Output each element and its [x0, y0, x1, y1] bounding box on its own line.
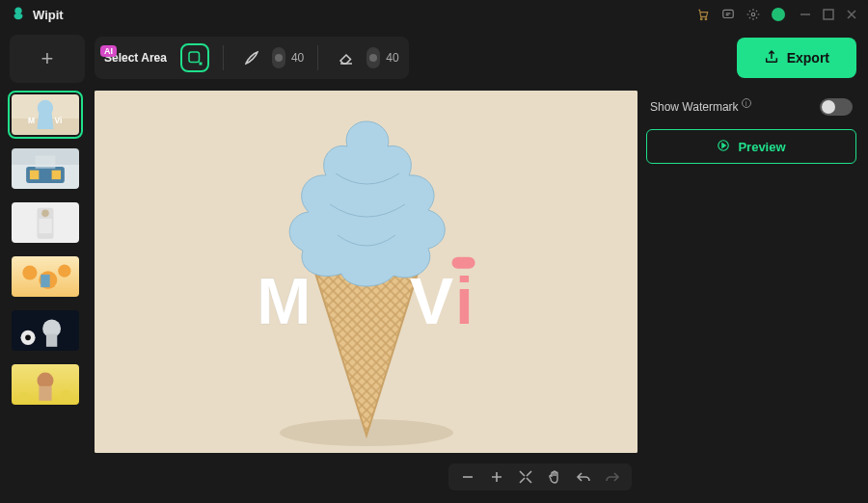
thumbnail-5[interactable] [10, 308, 81, 353]
preview-label: Preview [738, 140, 785, 154]
svg-rect-26 [189, 52, 200, 63]
eraser-size-value: 40 [386, 51, 398, 65]
show-watermark-toggle[interactable] [820, 98, 853, 116]
export-label: Export [787, 50, 829, 66]
thumbnail-2[interactable] [10, 146, 81, 191]
svg-point-12 [41, 210, 49, 218]
svg-point-24 [20, 392, 29, 401]
plus-icon: + [41, 46, 54, 71]
show-watermark-row: Show Watermark i [646, 91, 856, 129]
rectangle-select-tool[interactable] [180, 43, 209, 72]
chat-icon[interactable] [721, 8, 735, 21]
thumbnail-1[interactable]: M Vi [10, 93, 81, 137]
export-icon [764, 49, 779, 67]
svg-rect-10 [36, 156, 56, 169]
brush-size-value: 40 [291, 51, 304, 65]
svg-rect-23 [39, 386, 51, 401]
eraser-tool-group: 40 [332, 43, 398, 72]
watermark-letter-m: M [257, 263, 313, 338]
app-logo [10, 6, 27, 23]
ai-badge: AI [100, 45, 117, 57]
canvas-tools [95, 461, 637, 493]
app-title: Wipit [33, 8, 64, 22]
window-buttons [799, 8, 858, 21]
preview-icon [717, 139, 730, 155]
avatar[interactable] [772, 8, 785, 21]
brush-size-slider[interactable] [272, 47, 285, 68]
add-image-button[interactable]: + [10, 35, 85, 83]
title-icons [696, 8, 785, 21]
titlebar: Wipit [0, 0, 868, 29]
svg-rect-8 [30, 171, 39, 179]
show-watermark-label: Show Watermark [650, 100, 739, 114]
fit-screen-icon[interactable] [518, 469, 533, 485]
info-icon[interactable]: i [742, 98, 751, 108]
svg-point-25 [61, 389, 71, 400]
zoom-out-icon[interactable] [460, 469, 475, 485]
select-area-label-box: AI Select Area [104, 51, 167, 65]
cart-icon[interactable] [696, 8, 710, 21]
redo-icon[interactable] [605, 469, 620, 485]
preview-button[interactable]: Preview [646, 129, 856, 164]
watermark-letter-v: V [410, 263, 455, 338]
divider [317, 45, 318, 70]
svg-point-0 [700, 18, 702, 20]
eraser-size-slider[interactable] [366, 47, 380, 68]
watermark-letter-i: i [455, 263, 475, 338]
toolbar: AI Select Area 40 40 Export [95, 35, 856, 81]
undo-icon[interactable] [576, 469, 591, 485]
watermark-overlay: M V i [257, 263, 475, 338]
thumbnail-4[interactable] [10, 254, 81, 299]
eraser-tool[interactable] [332, 43, 361, 72]
thumbnail-6[interactable] [10, 362, 81, 407]
svg-rect-21 [46, 334, 57, 347]
svg-point-19 [25, 335, 31, 341]
svg-text:Vi: Vi [54, 116, 62, 125]
sidebar: + M Vi [10, 35, 85, 407]
divider [223, 45, 224, 70]
thumbnail-3[interactable] [10, 200, 81, 245]
svg-point-1 [705, 18, 707, 20]
svg-point-3 [751, 13, 755, 16]
svg-rect-9 [52, 171, 61, 179]
maximize-button[interactable] [822, 8, 835, 21]
brush-tool-group: 40 [237, 43, 304, 72]
watermark-i-dot [452, 257, 475, 269]
canvas[interactable]: M V i [95, 91, 637, 453]
pan-icon[interactable] [547, 469, 562, 485]
brush-tool[interactable] [237, 43, 266, 72]
export-button[interactable]: Export [737, 38, 856, 78]
svg-rect-4 [824, 10, 833, 19]
right-panel: Show Watermark i Preview [646, 91, 856, 164]
svg-rect-13 [39, 219, 51, 233]
show-watermark-label-wrap: Show Watermark i [650, 100, 751, 114]
gear-icon[interactable] [746, 8, 760, 21]
svg-rect-17 [41, 275, 49, 287]
svg-text:M: M [28, 116, 35, 125]
canvas-tool-box [448, 463, 632, 490]
minimize-button[interactable] [799, 8, 812, 21]
close-button[interactable] [845, 8, 858, 21]
svg-point-16 [58, 265, 70, 278]
zoom-in-icon[interactable] [489, 469, 504, 485]
svg-point-14 [22, 265, 37, 279]
tool-group: AI Select Area 40 40 [95, 37, 409, 79]
